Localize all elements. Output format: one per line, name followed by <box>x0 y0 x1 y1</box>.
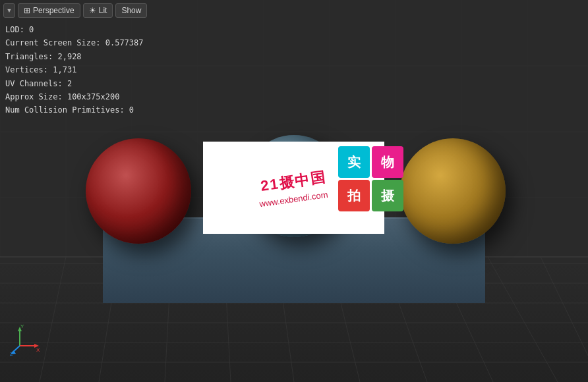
viewport: ▼ ⊞ Perspective ☀ Lit Show LOD: 0 Curren… <box>0 0 588 382</box>
stat-triangles: Triangles: 2,928 <box>5 50 144 63</box>
perspective-button[interactable]: ⊞ Perspective <box>18 3 80 18</box>
axis-indicator: Y X Z <box>10 323 43 356</box>
stat-vertices: Vertices: 1,731 <box>5 63 144 76</box>
stat-screen-size: Current Screen Size: 0.577387 <box>5 36 144 49</box>
stats-panel: LOD: 0 Current Screen Size: 0.577387 Tri… <box>5 23 144 117</box>
toolbar: ▼ ⊞ Perspective ☀ Lit Show <box>3 3 147 18</box>
perspective-label: Perspective <box>33 6 74 15</box>
svg-text:Y: Y <box>20 323 24 329</box>
sphere-right <box>400 138 506 244</box>
tile-button-3[interactable]: 摄 <box>372 180 403 211</box>
svg-text:Z: Z <box>10 352 13 356</box>
show-label: Show <box>121 6 141 15</box>
tile-button-1[interactable]: 物 <box>372 146 403 178</box>
stat-lod: LOD: 0 <box>5 23 144 36</box>
light-icon: ☀ <box>89 6 96 15</box>
stat-approx-size: Approx Size: 100x375x200 <box>5 90 144 103</box>
tile-button-0[interactable]: 实 <box>338 146 370 178</box>
lit-label: Lit <box>99 6 107 15</box>
sphere-left <box>86 138 191 244</box>
tile-button-2[interactable]: 拍 <box>338 180 370 211</box>
stat-collision: Num Collision Primitives: 0 <box>5 103 144 117</box>
tile-overlay: 实 物 拍 摄 <box>338 146 403 211</box>
show-button[interactable]: Show <box>115 3 147 18</box>
camera-icon: ⊞ <box>24 6 30 15</box>
dropdown-button[interactable]: ▼ <box>3 3 15 18</box>
svg-text:X: X <box>36 347 40 353</box>
lit-button[interactable]: ☀ Lit <box>83 3 113 18</box>
stat-uv-channels: UV Channels: 2 <box>5 77 144 90</box>
